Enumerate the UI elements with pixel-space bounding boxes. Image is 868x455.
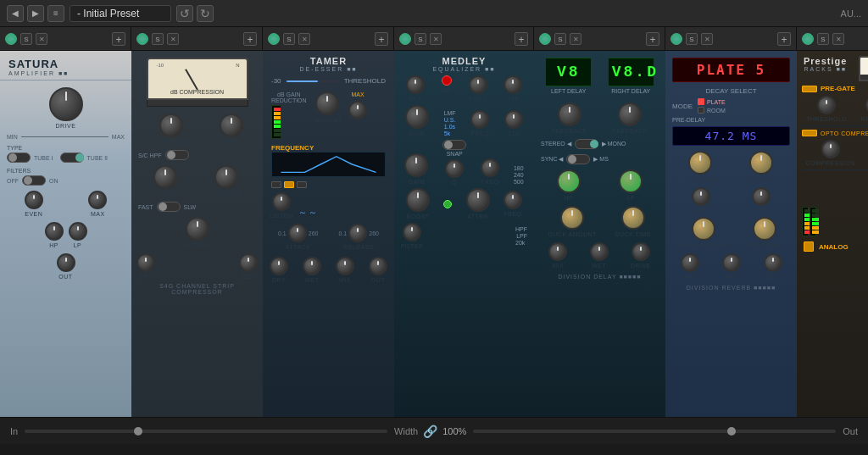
medley-green-btn[interactable] [443, 200, 452, 208]
even-knob[interactable] [25, 191, 43, 209]
in-slider[interactable] [25, 430, 387, 433]
out-slider-thumb[interactable] [727, 427, 736, 436]
tamer-mix-knob[interactable] [336, 257, 354, 275]
medley-filter-knob[interactable] [403, 223, 421, 241]
pre-gate-btn[interactable] [802, 86, 817, 92]
tamer-out-knob[interactable] [369, 257, 387, 275]
medley-power[interactable] [399, 33, 411, 45]
back-button[interactable]: ◀ [7, 5, 24, 22]
s4g-add[interactable]: + [243, 32, 257, 46]
satura-add[interactable]: + [112, 32, 125, 46]
division-delay-close[interactable]: ✕ [570, 33, 581, 45]
division-reverb-add[interactable]: + [777, 32, 791, 46]
s4g-dry-knob[interactable] [136, 253, 155, 272]
division-delay-power[interactable] [539, 33, 551, 45]
division-delay-add[interactable]: + [646, 32, 659, 46]
lp-knob[interactable] [69, 222, 87, 241]
prestige-compression-knob[interactable] [821, 140, 840, 158]
max-knob[interactable] [88, 191, 107, 209]
division-duck-amount-knob[interactable] [560, 206, 584, 230]
tamer-solo[interactable]: S [283, 33, 295, 45]
medley-freq1-knob[interactable] [469, 75, 487, 94]
division-reverb-close[interactable]: ✕ [701, 33, 713, 45]
reverb-lpf-knob[interactable] [752, 187, 771, 206]
menu-button[interactable]: ≡ [47, 5, 64, 22]
medley-red-btn[interactable] [442, 75, 452, 86]
tamer-max-knob[interactable] [348, 101, 367, 119]
hp-knob[interactable] [45, 222, 64, 241]
link-icon[interactable]: 🔗 [423, 424, 437, 438]
medley-sky-knob[interactable] [406, 75, 425, 94]
medley-close[interactable]: ✕ [430, 33, 442, 45]
reverb-high-gain-knob[interactable] [749, 151, 773, 175]
prestige-solo[interactable]: S [817, 33, 829, 45]
filters-toggle[interactable] [22, 175, 46, 186]
fast-slow-toggle[interactable] [157, 202, 181, 212]
division-lp-knob[interactable] [619, 169, 643, 193]
prestige-reduct-knob[interactable] [865, 96, 868, 114]
satura-solo[interactable]: S [20, 33, 32, 45]
satura-close[interactable]: ✕ [36, 33, 47, 45]
division-wet-knob[interactable] [590, 242, 609, 261]
division-drive-knob[interactable] [632, 242, 650, 261]
medley-freq3-knob[interactable] [470, 110, 489, 129]
tamer-amount-knob[interactable] [315, 92, 339, 115]
s4g-wet-knob[interactable] [239, 253, 258, 272]
plate-mode-btn[interactable] [698, 98, 704, 105]
preset-name[interactable]: - Initial Preset [70, 5, 171, 22]
opto-btn[interactable] [802, 130, 817, 136]
division-reverb-power[interactable] [670, 33, 682, 45]
medley-freq5-knob[interactable] [481, 158, 499, 177]
division-reverb-solo[interactable]: S [686, 33, 698, 45]
s4g-solo[interactable]: S [152, 33, 164, 45]
medley-freq6-knob[interactable] [504, 191, 522, 209]
medley-boost-knob[interactable] [406, 188, 430, 212]
s4g-output-knob[interactable] [186, 217, 209, 241]
s4g-close[interactable]: ✕ [167, 33, 179, 45]
reverb-duck-time-knob[interactable] [753, 217, 776, 241]
medley-atten-knob[interactable] [466, 188, 490, 212]
tamer-power[interactable] [268, 33, 280, 45]
reverb-wet-knob[interactable] [722, 253, 741, 272]
medley-gain2-knob[interactable] [404, 153, 428, 177]
tamer-add[interactable]: + [375, 32, 388, 46]
medley-q-knob[interactable] [445, 159, 464, 178]
satura-power[interactable] [5, 33, 17, 45]
division-feedback-l-knob[interactable] [558, 103, 581, 126]
tamer-led3[interactable] [297, 181, 307, 188]
division-duck-time-knob[interactable] [621, 206, 645, 230]
reverb-mix-knob[interactable] [681, 253, 699, 272]
analog-led[interactable] [804, 241, 814, 252]
medley-freq2-knob[interactable] [504, 75, 522, 94]
s4g-release-knob[interactable] [214, 165, 238, 189]
medley-add[interactable]: + [515, 32, 528, 46]
out-slider[interactable] [473, 430, 836, 433]
s4g-power[interactable] [136, 33, 148, 45]
tamer-release-knob[interactable] [348, 224, 367, 242]
reverb-hpf-knob[interactable] [692, 187, 710, 206]
tamer-close[interactable]: ✕ [298, 33, 310, 45]
tamer-listen-knob[interactable] [272, 192, 291, 211]
sync-toggle[interactable] [566, 154, 590, 164]
tamer-wet-knob[interactable] [303, 257, 321, 275]
forward-button[interactable]: ▶ [27, 5, 44, 22]
prestige-threshold-knob[interactable] [817, 96, 836, 114]
s4g-attack-knob[interactable] [153, 165, 177, 189]
tamer-led1[interactable] [271, 181, 281, 188]
prestige-close[interactable]: ✕ [832, 33, 844, 45]
division-feedback-r-knob[interactable] [618, 103, 642, 126]
reverb-duck-amount-knob[interactable] [692, 217, 715, 241]
s4g-threshold-knob[interactable] [159, 114, 183, 137]
room-mode-btn[interactable] [698, 107, 704, 114]
medley-snap-toggle[interactable] [442, 140, 466, 150]
undo-button[interactable]: ↺ [176, 5, 193, 22]
division-hp-knob[interactable] [557, 169, 581, 193]
medley-solo[interactable]: S [415, 33, 426, 45]
medley-gain1-knob[interactable] [405, 105, 429, 129]
tube2-toggle[interactable] [60, 153, 84, 163]
tube1-toggle[interactable] [7, 153, 31, 163]
drive-knob[interactable] [49, 87, 83, 121]
reverb-low-gain-knob[interactable] [688, 151, 712, 175]
s4g-ratio-knob[interactable] [220, 114, 243, 137]
out-knob[interactable] [57, 253, 75, 272]
